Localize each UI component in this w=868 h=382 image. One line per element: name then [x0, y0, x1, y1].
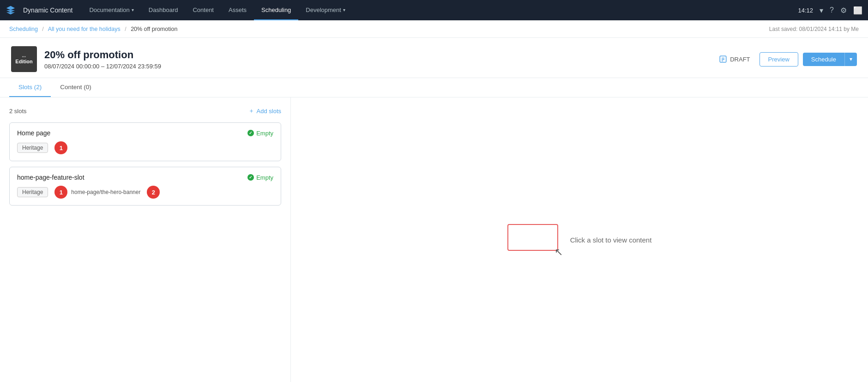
slot-icon-wrapper: ↖: [507, 224, 563, 256]
nav-item-content[interactable]: Content: [185, 0, 221, 20]
settings-icon[interactable]: ⚙: [840, 6, 847, 15]
chevron-down-icon: ▾: [343, 7, 345, 12]
slot-card-2-header: home-page-feature-slot Empty: [17, 174, 273, 181]
help-icon[interactable]: ?: [830, 6, 834, 14]
breadcrumb-sep-2: /: [125, 26, 126, 32]
nav-time: 14:12: [798, 7, 814, 14]
add-slots-button[interactable]: ＋ Add slots: [248, 107, 281, 115]
slot-1-name: Home page: [17, 129, 50, 137]
schedule-dropdown-button[interactable]: ▾: [844, 53, 857, 66]
chevron-down-icon: ▾: [132, 7, 134, 12]
slot-2-status-dot: [247, 174, 254, 181]
page-title: 20% off promotion: [44, 49, 161, 61]
slots-panel: 2 slots ＋ Add slots Home page Empty Heri…: [0, 97, 291, 382]
nav-item-assets[interactable]: Assets: [221, 0, 254, 20]
draft-label: DRAFT: [730, 56, 750, 63]
slot-2-tags: Heritage 1 home-page/the-hero-banner 2: [17, 186, 273, 199]
preview-button[interactable]: Preview: [760, 52, 798, 67]
slot-2-tag-heritage: Heritage: [17, 187, 48, 197]
slots-header: 2 slots ＋ Add slots: [9, 107, 281, 115]
logo-icon: [6, 5, 16, 15]
window-icon[interactable]: ⬜: [853, 6, 862, 15]
tab-slots[interactable]: Slots (2): [9, 78, 51, 97]
last-saved-label: Last saved: 08/01/2024 14:11 by Me: [769, 26, 859, 32]
slot-1-status-dot: [247, 130, 254, 136]
slot-1-tags: Heritage 1: [17, 141, 273, 154]
slot-2-name: home-page-feature-slot: [17, 174, 84, 181]
plus-icon: ＋: [248, 107, 254, 115]
nav-item-scheduling[interactable]: Scheduling: [254, 0, 298, 20]
click-slot-illustration: ↖ Click a slot to view content: [507, 224, 652, 256]
slot-card-1-header: Home page Empty: [17, 129, 273, 137]
page-header-left: ▪▪▪ Edition 20% off promotion 08/07/2024…: [11, 46, 161, 72]
breadcrumb: Scheduling / All you need for the holida…: [0, 20, 868, 38]
nav-item-development[interactable]: Development ▾: [298, 0, 353, 20]
content-panel: ↖ Click a slot to view content: [291, 97, 868, 382]
slot-icon-rect: [507, 224, 558, 251]
tabs-bar: Slots (2) Content (0): [0, 78, 868, 97]
nav-right: 14:12 ▾ ? ⚙ ⬜: [798, 6, 862, 15]
top-nav: Dynamic Content Documentation ▾ Dashboar…: [0, 0, 868, 20]
tab-content[interactable]: Content (0): [51, 78, 101, 97]
annotation-2-right: 2: [147, 186, 160, 199]
app-name: Dynamic Content: [23, 6, 72, 14]
app-logo[interactable]: [6, 5, 16, 15]
page-header-right: DRAFT Preview Schedule ▾: [714, 52, 857, 67]
slot-card-1[interactable]: Home page Empty Heritage 1: [9, 122, 281, 161]
schedule-button-group: Schedule ▾: [803, 53, 857, 66]
breadcrumb-sep-1: /: [42, 26, 43, 32]
nav-item-dashboard[interactable]: Dashboard: [141, 0, 186, 20]
page-title-block: 20% off promotion 08/07/2024 00:00:00 – …: [44, 49, 161, 70]
schedule-button[interactable]: Schedule: [803, 53, 844, 66]
draft-indicator: DRAFT: [714, 55, 754, 63]
breadcrumb-all-you-need[interactable]: All you need for the holidays: [48, 26, 121, 32]
nav-item-documentation[interactable]: Documentation ▾: [82, 0, 141, 20]
slot-1-status: Empty: [247, 130, 273, 137]
annotation-1: 1: [54, 141, 67, 154]
slot-2-path: home-page/the-hero-banner: [71, 189, 140, 195]
edition-badge: ▪▪▪ Edition: [11, 46, 37, 72]
annotation-2-left: 1: [54, 186, 67, 199]
main-layout: 2 slots ＋ Add slots Home page Empty Heri…: [0, 97, 868, 382]
breadcrumb-current: 20% off promotion: [131, 26, 177, 32]
breadcrumb-links: Scheduling / All you need for the holida…: [9, 26, 177, 32]
draft-icon: [719, 55, 727, 63]
page-header: ▪▪▪ Edition 20% off promotion 08/07/2024…: [0, 38, 868, 78]
slot-2-status: Empty: [247, 174, 273, 181]
page-dates: 08/07/2024 00:00:00 – 12/07/2024 23:59:5…: [44, 63, 161, 70]
cursor-icon: ↖: [555, 246, 563, 258]
nav-items: Documentation ▾ Dashboard Content Assets…: [82, 0, 798, 20]
slot-1-tag-heritage: Heritage: [17, 143, 48, 153]
breadcrumb-scheduling[interactable]: Scheduling: [9, 26, 38, 32]
slots-count: 2 slots: [9, 108, 27, 115]
slot-card-2[interactable]: home-page-feature-slot Empty Heritage 1 …: [9, 167, 281, 206]
time-dropdown-icon[interactable]: ▾: [820, 6, 823, 15]
click-slot-label: Click a slot to view content: [570, 236, 652, 244]
